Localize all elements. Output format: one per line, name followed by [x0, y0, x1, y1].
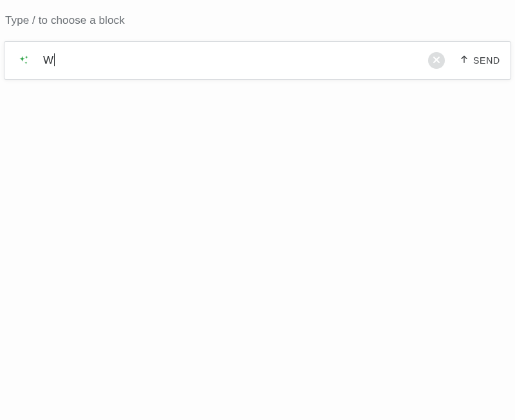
sparkle-icon [16, 53, 32, 68]
clear-button[interactable] [428, 52, 445, 69]
ai-prompt-box[interactable]: W SEND [4, 41, 511, 80]
prompt-input-value: W [43, 54, 53, 67]
send-button-label: SEND [473, 55, 500, 66]
arrow-up-icon [459, 55, 469, 67]
block-hint: Type / to choose a block [4, 14, 511, 27]
close-icon [433, 56, 440, 66]
send-button[interactable]: SEND [458, 52, 501, 69]
text-caret [54, 53, 55, 66]
prompt-input[interactable]: W [43, 42, 428, 79]
